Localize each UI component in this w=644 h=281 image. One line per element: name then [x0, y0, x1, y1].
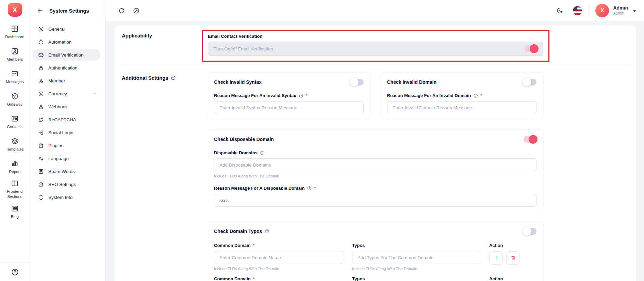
rail-item-templates[interactable]: Templates	[0, 133, 30, 156]
question-circle-icon[interactable]	[299, 93, 303, 98]
settings-item-label: Language	[48, 156, 69, 161]
rail-item-contacts[interactable]: Contacts	[0, 111, 30, 133]
helper-text: Include TLDs Along With The Domain	[214, 267, 344, 271]
typos-col: Typos	[352, 276, 481, 281]
caret-down-icon	[633, 10, 636, 13]
question-circle-icon[interactable]	[473, 93, 478, 98]
add-row-button[interactable]	[489, 251, 503, 265]
topbar-left	[118, 7, 140, 14]
app-logo[interactable]: X	[8, 3, 22, 17]
additional-settings-section: Additional Settings Check Invalid Syntax	[115, 64, 636, 281]
label-text: Common Domain	[214, 243, 251, 248]
rail-item-dashboard[interactable]: Dashboard	[0, 21, 30, 43]
settings-item-member[interactable]: Member	[32, 75, 100, 87]
delete-row-button[interactable]	[506, 251, 520, 265]
report-icon	[11, 160, 19, 168]
settings-item-seo-settings[interactable]: SEO Settings	[32, 178, 100, 190]
rail-item-members[interactable]: Members	[0, 43, 30, 66]
settings-item-plugins[interactable]: Plugins	[32, 140, 100, 151]
tools-icon	[38, 26, 44, 32]
settings-item-authentication[interactable]: Authentication	[32, 62, 100, 74]
refresh-icon[interactable]	[118, 7, 125, 14]
common-domain-col: Common Domain * Include TLDs Along With …	[214, 243, 344, 271]
settings-item-system-info[interactable]: System Info	[32, 191, 100, 203]
translate-icon	[38, 156, 44, 161]
disposable-domains-input[interactable]	[214, 158, 536, 171]
disposable-reason-input[interactable]	[214, 194, 536, 207]
required-asterisk: *	[480, 93, 482, 98]
toggle-knob	[530, 44, 539, 53]
settings-item-currency[interactable]: Currency	[32, 88, 100, 99]
email-verification-toggle-field: Turn On/off Email Verification	[208, 42, 543, 56]
toggle-knob	[529, 135, 538, 144]
frontend-sections-icon	[11, 179, 19, 187]
rail-item-messages[interactable]: Messages	[0, 66, 30, 88]
domain-typos-toggle[interactable]	[524, 228, 536, 235]
invalid-domain-reason-input[interactable]	[387, 101, 537, 114]
common-domain-input-1[interactable]	[214, 251, 344, 264]
settings-item-automation[interactable]: Automation	[32, 36, 100, 48]
settings-item-label: System Info	[48, 195, 72, 200]
helper-text: Include TLDs Along With The Domain	[352, 267, 481, 271]
email-verification-toggle[interactable]	[525, 45, 538, 52]
user-name: Admin	[613, 5, 628, 11]
invalid-syntax-toggle[interactable]	[351, 79, 364, 85]
back-arrow-icon[interactable]	[37, 7, 44, 14]
rail-item-report[interactable]: Report	[0, 156, 30, 178]
question-circle-icon[interactable]	[307, 186, 312, 191]
question-circle-icon[interactable]	[171, 75, 176, 80]
question-circle-icon[interactable]	[265, 229, 269, 234]
rail-footer	[0, 263, 30, 281]
section-title: Applicability	[122, 33, 207, 38]
rail-item-label: Report	[3, 169, 27, 174]
rail-item-blog[interactable]: Blog	[0, 201, 30, 223]
rail-item-label: Blog	[3, 214, 27, 219]
settings-item-social-login[interactable]: Social Login	[32, 127, 100, 138]
settings-item-email-verification[interactable]: Email Verification	[32, 49, 100, 61]
applicability-label-col: Applicability	[122, 30, 207, 62]
settings-item-webhook[interactable]: Webhook	[32, 101, 100, 112]
settings-item-label: General	[48, 27, 65, 32]
user-name-block: Admin admin	[613, 5, 628, 16]
moon-icon[interactable]	[556, 7, 563, 14]
settings-item-label: Currency	[48, 91, 67, 96]
rail-nav: Dashboard Members Messages Gateway Conta…	[0, 21, 30, 223]
label-text: Reason Message For An Invalid Syntax	[214, 93, 296, 98]
templates-icon	[11, 137, 19, 145]
help-icon[interactable]	[11, 268, 19, 276]
check-invalid-domain-card: Check Invalid Domain Reason Message For …	[380, 72, 544, 119]
settings-item-recaptcha[interactable]: ReCAPTCHA	[32, 114, 100, 125]
settings-item-language[interactable]: Language	[32, 153, 100, 164]
social-login-icon	[38, 130, 44, 136]
rail-item-gateway[interactable]: Gateway	[0, 88, 30, 111]
invalid-domain-toggle[interactable]	[524, 79, 536, 85]
chevron-down-icon	[92, 91, 97, 96]
reason-disposable-label: Reason Message For A Disposable Domain *	[214, 186, 536, 191]
settings-item-general[interactable]: General	[32, 23, 100, 35]
typos-input-1[interactable]	[352, 251, 481, 264]
globe-sync-icon[interactable]	[133, 7, 140, 14]
disposable-domain-toggle[interactable]	[524, 136, 536, 143]
required-asterisk: *	[253, 243, 255, 248]
required-asterisk: *	[306, 93, 308, 98]
rail-item-frontend-sections[interactable]: Frontend Sections	[0, 178, 30, 201]
label-text: Common Domain	[214, 276, 251, 281]
rail-item-label: Templates	[3, 147, 27, 152]
settings-item-label: Member	[48, 78, 65, 83]
question-circle-icon[interactable]	[260, 151, 265, 155]
settings-item-spam-words[interactable]: Spam Words	[32, 166, 100, 177]
rail-item-label: Messages	[3, 79, 27, 84]
two-column-cards: Check Invalid Syntax Reason Message For …	[207, 72, 544, 119]
card-header: Check Domain Typos	[214, 228, 536, 235]
invalid-syntax-reason-input[interactable]	[214, 101, 364, 114]
main-column: X Admin admin Applicability Email	[105, 0, 644, 281]
user-menu[interactable]: X Admin admin	[595, 4, 636, 17]
rail-item-label: Contacts	[3, 124, 27, 129]
messages-icon	[11, 70, 19, 78]
settings-item-label: Social Login	[48, 130, 73, 135]
dollar-circle-icon	[38, 91, 44, 97]
us-flag-icon[interactable]	[573, 6, 582, 15]
blog-icon	[11, 205, 19, 213]
label-text: Disposable Domains	[214, 150, 258, 155]
card-title: Check Invalid Syntax	[214, 79, 262, 85]
